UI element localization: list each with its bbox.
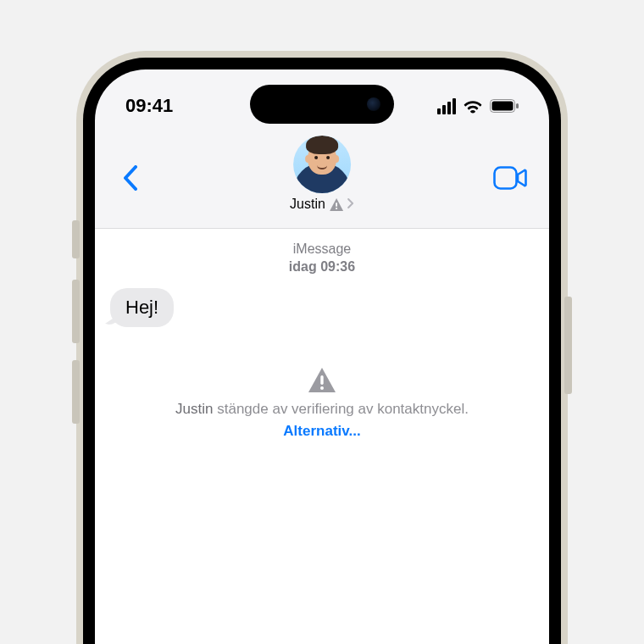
svg-point-7 — [320, 386, 324, 390]
svg-rect-6 — [320, 375, 323, 385]
side-button-silence — [72, 220, 80, 258]
warning-triangle-icon — [110, 368, 534, 392]
svg-rect-3 — [336, 203, 337, 207]
notice-body: stängde av verifiering av kontaktnyckel. — [213, 401, 468, 417]
contact-avatar — [293, 136, 351, 193]
svg-rect-2 — [516, 103, 519, 108]
side-button-vol-up — [72, 280, 80, 343]
status-time: 09:41 — [125, 95, 173, 117]
dynamic-island — [250, 85, 394, 124]
notice-contact-name: Justin — [175, 401, 213, 417]
notice-options-link[interactable]: Alternativ... — [110, 423, 534, 440]
message-thread[interactable]: iMessage idag 09:36 Hej! Justin stängde … — [95, 229, 549, 644]
side-button-vol-down — [72, 360, 80, 424]
thread-meta: iMessage idag 09:36 — [110, 241, 534, 276]
phone-bezel: 09:41 — [83, 58, 561, 644]
cellular-signal-icon — [437, 98, 456, 114]
svg-rect-1 — [492, 102, 514, 111]
meta-datetime: idag 09:36 — [289, 259, 355, 274]
warning-icon — [330, 198, 343, 211]
front-camera — [367, 97, 380, 111]
side-button-power — [564, 297, 572, 394]
message-row: Hej! — [110, 288, 534, 327]
contact-info[interactable]: Justin — [290, 136, 354, 212]
contact-name-row: Justin — [290, 197, 354, 212]
video-camera-icon — [493, 166, 527, 190]
conversation-header: Justin — [95, 127, 549, 229]
chevron-left-icon — [123, 165, 138, 191]
incoming-message-bubble[interactable]: Hej! — [110, 288, 174, 327]
verification-notice: Justin stängde av verifiering av kontakt… — [110, 368, 534, 440]
meta-service: iMessage — [293, 242, 351, 256]
chevron-right-icon — [347, 197, 354, 211]
screen: 09:41 — [95, 69, 549, 644]
phone-frame: 09:41 — [76, 51, 568, 644]
message-text: Hej! — [125, 297, 158, 318]
status-indicators — [437, 98, 519, 114]
wifi-icon — [463, 98, 483, 114]
back-button[interactable] — [114, 161, 147, 195]
svg-point-4 — [336, 207, 337, 208]
contact-name: Justin — [290, 197, 325, 212]
svg-rect-5 — [495, 167, 517, 188]
facetime-button[interactable] — [490, 161, 530, 195]
battery-icon — [490, 99, 519, 113]
notice-text: Justin stängde av verifiering av kontakt… — [110, 401, 534, 418]
